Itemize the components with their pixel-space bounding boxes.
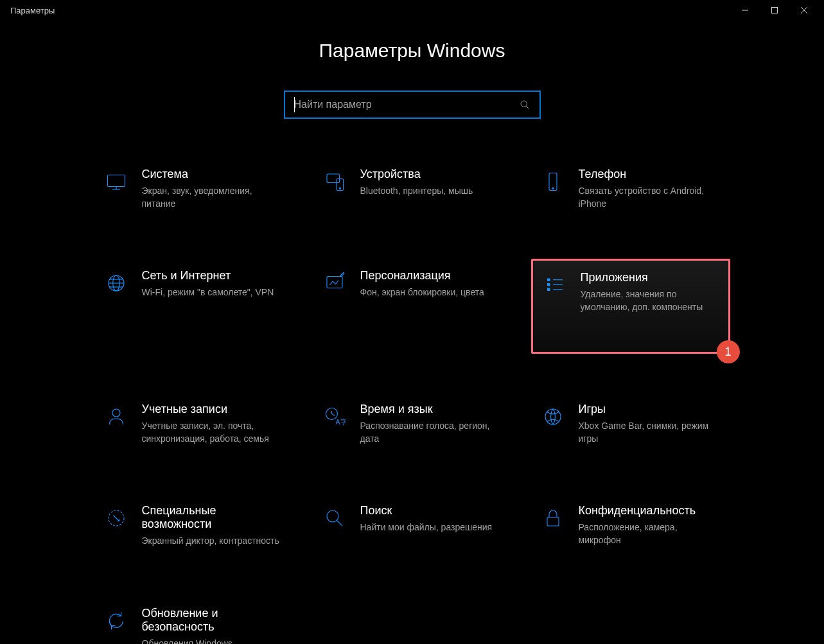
tile-desc: Удаление, значения по умолчанию, доп. ко… <box>581 288 719 313</box>
svg-point-33 <box>327 510 338 522</box>
tile-devices[interactable]: Устройства Bluetooth, принтеры, мышь <box>313 157 512 220</box>
phone-icon <box>540 169 566 195</box>
globe-icon <box>103 270 129 296</box>
titlebar: Параметры <box>0 0 824 21</box>
tile-desc: Фон, экран блокировки, цвета <box>360 286 503 299</box>
search-category-icon <box>322 505 347 531</box>
svg-rect-6 <box>107 175 125 187</box>
tile-title: Приложения <box>581 271 719 284</box>
settings-grid: Система Экран, звук, уведомления, питани… <box>94 157 730 644</box>
search-input[interactable] <box>294 99 519 110</box>
page-title: Параметры Windows <box>0 40 824 62</box>
tile-title: Поиск <box>360 504 503 518</box>
tile-network[interactable]: Сеть и Интернет Wi-Fi, режим "в самолете… <box>94 259 294 354</box>
maximize-button[interactable] <box>760 0 789 21</box>
content-area: Параметры Windows Система Экран, звук, у… <box>0 21 824 644</box>
tile-desc: Расположение, камера, микрофон <box>579 521 721 546</box>
tile-desc: Bluetooth, принтеры, мышь <box>360 185 503 198</box>
tile-accessibility[interactable]: Специальные возможности Экранный диктор,… <box>94 494 294 558</box>
svg-point-31 <box>545 409 561 424</box>
tile-desc: Учетные записи, эл. почта, синхронизация… <box>142 420 285 445</box>
text-caret <box>294 97 295 112</box>
svg-text:A字: A字 <box>335 418 346 426</box>
tile-title: Учетные записи <box>142 403 285 416</box>
svg-rect-9 <box>327 174 340 183</box>
tile-title: Система <box>142 168 285 181</box>
svg-point-13 <box>552 187 553 189</box>
svg-rect-35 <box>547 518 559 527</box>
tile-title: Устройства <box>360 168 503 181</box>
tile-time-language[interactable]: A字 Время и язык Распознавание голоса, ре… <box>313 392 512 455</box>
tile-desc: Найти мои файлы, разрешения <box>360 521 503 534</box>
svg-point-11 <box>339 187 340 189</box>
gaming-icon <box>540 404 566 430</box>
window-controls <box>730 0 819 21</box>
tile-update[interactable]: Обновление и безопасность Обновления Win… <box>94 596 294 644</box>
devices-icon <box>322 169 347 195</box>
update-icon <box>103 608 129 634</box>
tile-desc: Экран, звук, уведомления, питание <box>142 185 285 210</box>
tile-title: Время и язык <box>360 403 503 416</box>
svg-line-34 <box>337 521 342 526</box>
tile-title: Конфиденциальность <box>579 504 721 518</box>
time-language-icon: A字 <box>322 404 347 430</box>
personalization-icon <box>322 270 347 296</box>
search-box[interactable] <box>284 91 541 119</box>
display-icon <box>103 169 129 195</box>
callout-badge: 1 <box>717 340 740 363</box>
svg-line-29 <box>331 414 335 416</box>
tile-accounts[interactable]: Учетные записи Учетные записи, эл. почта… <box>94 392 294 455</box>
tile-title: Персонализация <box>360 269 503 283</box>
account-icon <box>103 404 129 430</box>
apps-icon <box>542 272 568 298</box>
svg-rect-20 <box>547 279 550 282</box>
tile-desc: Экранный диктор, контрастность <box>142 535 285 548</box>
close-button[interactable] <box>789 0 819 21</box>
tile-title: Телефон <box>579 168 721 181</box>
tile-apps[interactable]: Приложения Удаление, значения по умолчан… <box>531 259 730 354</box>
tile-phone[interactable]: Телефон Связать устройство с Android, iP… <box>531 157 730 220</box>
svg-line-5 <box>526 106 529 109</box>
tile-system[interactable]: Система Экран, звук, уведомления, питани… <box>94 157 294 220</box>
window-title: Параметры <box>5 6 55 15</box>
svg-rect-19 <box>327 277 342 288</box>
tile-title: Обновление и безопасность <box>142 607 285 634</box>
tile-desc: Xbox Game Bar, снимки, режим игры <box>579 420 721 445</box>
tile-desc: Распознавание голоса, регион, дата <box>360 420 503 445</box>
tile-gaming[interactable]: Игры Xbox Game Bar, снимки, режим игры <box>531 392 730 455</box>
tile-desc: Wi-Fi, режим "в самолете", VPN <box>142 286 285 299</box>
tile-desc: Связать устройство с Android, iPhone <box>579 185 721 210</box>
search-icon <box>519 99 530 110</box>
search-container <box>0 91 824 119</box>
svg-rect-21 <box>547 283 550 286</box>
tile-privacy[interactable]: Конфиденциальность Расположение, камера,… <box>531 494 730 558</box>
accessibility-icon <box>103 505 129 531</box>
tile-title: Игры <box>579 403 721 416</box>
svg-rect-22 <box>547 288 550 292</box>
tile-title: Специальные возможности <box>142 504 285 531</box>
minimize-button[interactable] <box>730 0 760 21</box>
svg-point-4 <box>521 101 527 107</box>
tile-personalization[interactable]: Персонализация Фон, экран блокировки, цв… <box>313 259 512 354</box>
svg-rect-1 <box>772 8 778 13</box>
tile-search[interactable]: Поиск Найти мои файлы, разрешения <box>313 494 512 558</box>
tile-desc: Обновления Windows <box>142 638 285 644</box>
tile-title: Сеть и Интернет <box>142 269 285 283</box>
svg-point-26 <box>112 409 120 417</box>
lock-icon <box>540 505 566 531</box>
